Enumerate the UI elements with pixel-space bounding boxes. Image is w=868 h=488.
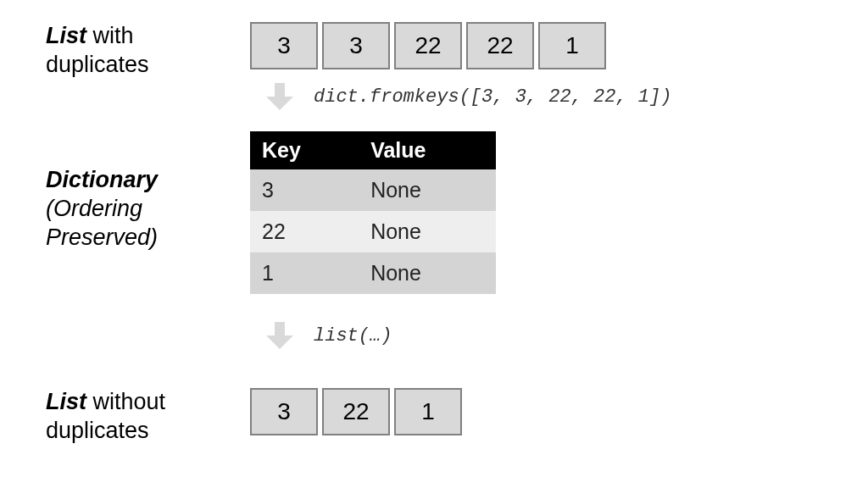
table-cell-value: None	[359, 169, 496, 211]
dictionary-table: Key Value 3 None 22 None 1 None	[250, 131, 496, 294]
list-item: 3	[250, 388, 318, 435]
list-item: 22	[466, 22, 534, 69]
code-fromkeys: dict.fromkeys([3, 3, 22, 22, 1])	[314, 86, 671, 108]
list-item: 22	[394, 22, 462, 69]
label-dict-strong: Dictionary	[46, 166, 220, 195]
table-row: 1 None	[250, 252, 496, 294]
arrow-down-icon	[264, 320, 295, 351]
list-item: 1	[394, 388, 462, 435]
arrow-down-icon	[264, 81, 295, 112]
table-row: 3 None	[250, 169, 496, 211]
table-cell-key: 22	[250, 211, 359, 252]
label-list-strong: List	[46, 23, 93, 48]
table-header-key: Key	[250, 131, 359, 169]
list-item: 3	[250, 22, 318, 69]
table-cell-key: 1	[250, 252, 359, 294]
table-cell-value: None	[359, 211, 496, 252]
output-list-boxes: 3 22 1	[250, 388, 462, 435]
list-item: 3	[322, 22, 390, 69]
table-cell-key: 3	[250, 169, 359, 211]
label-dict-rest: (Ordering Preserved)	[46, 195, 220, 252]
label-dictionary: Dictionary (Ordering Preserved)	[46, 166, 220, 252]
list-item: 1	[538, 22, 606, 69]
table-cell-value: None	[359, 252, 496, 294]
table-header-value: Value	[359, 131, 496, 169]
list-item: 22	[322, 388, 390, 435]
code-list: list(…)	[314, 325, 392, 347]
label-list-with-duplicates: List with duplicates	[46, 22, 220, 80]
table-row: 22 None	[250, 211, 496, 252]
label-list2-strong: List	[46, 389, 93, 414]
input-list-boxes: 3 3 22 22 1	[250, 22, 606, 69]
label-list-without-duplicates: List without duplicates	[46, 388, 220, 446]
